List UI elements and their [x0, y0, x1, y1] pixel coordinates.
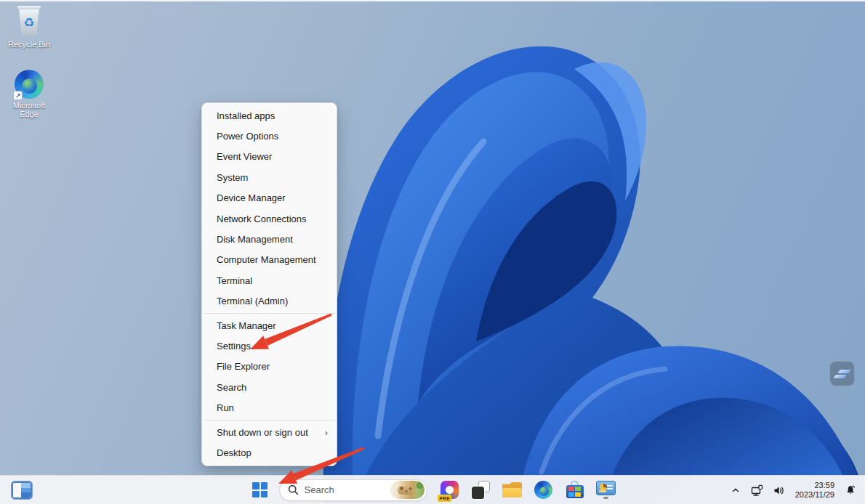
system-app-icon: [596, 481, 616, 495]
menu-item-label: Installed apps: [217, 110, 275, 121]
desktop-icon-microsoft-edge[interactable]: ↗ Microsoft Edge: [3, 70, 55, 118]
edge-button[interactable]: [531, 477, 556, 503]
start-button[interactable]: [247, 477, 273, 503]
menu-item-label: Terminal: [217, 275, 252, 286]
menu-item-event-viewer[interactable]: Event Viewer: [202, 147, 337, 167]
recycle-bin-icon: ♻: [15, 6, 43, 38]
menu-item-computer-management[interactable]: Computer Management: [202, 250, 337, 270]
desktop-icon-recycle-bin[interactable]: ♻ Recycle Bin: [3, 6, 55, 49]
menu-item-disk-management[interactable]: Disk Management: [202, 229, 337, 249]
icon-label: Microsoft Edge: [3, 101, 55, 118]
winx-context-menu: Installed apps Power Options Event Viewe…: [201, 102, 337, 466]
start-icon: [252, 482, 267, 497]
notification-center-button[interactable]: [842, 479, 859, 502]
volume-icon: [773, 484, 785, 497]
tray-date: 2023/11/29: [795, 490, 834, 500]
menu-item-task-manager[interactable]: Task Manager: [202, 315, 337, 336]
clock[interactable]: 23:59 2023/11/29: [792, 481, 837, 500]
menu-item-label: Run: [217, 402, 234, 413]
menu-item-label: Event Viewer: [217, 151, 272, 162]
menu-item-search[interactable]: Search: [202, 377, 337, 397]
menu-item-settings[interactable]: Settings: [202, 336, 337, 356]
menu-item-label: Network Connections: [217, 214, 307, 224]
menu-item-label: System: [217, 172, 248, 183]
taskbar: PRE: [0, 475, 865, 504]
wallpaper-bloom: [0, 0, 865, 504]
menu-item-shut-down-or-sign-out[interactable]: Shut down or sign out ›: [202, 422, 337, 442]
taskbar-search-box[interactable]: [279, 479, 427, 501]
notification-bell-icon: [845, 484, 856, 496]
desktop: ♻ Recycle Bin ↗ Microsoft Edge Installed…: [0, 0, 865, 504]
menu-item-label: Settings: [217, 341, 251, 351]
system-app-button[interactable]: [594, 477, 619, 503]
menu-item-label: Task Manager: [217, 320, 276, 331]
network-tray-button[interactable]: [749, 479, 766, 502]
icon-label: Recycle Bin: [8, 40, 50, 49]
menu-item-label: Disk Management: [217, 234, 293, 245]
edge-icon: [534, 481, 552, 499]
menu-item-label: Search: [217, 382, 246, 393]
menu-item-label: Terminal (Admin): [217, 296, 288, 306]
menu-item-device-manager[interactable]: Device Manager: [202, 188, 337, 208]
menu-separator: [203, 420, 336, 420]
tray-overflow-button[interactable]: [727, 479, 744, 502]
network-icon: [751, 484, 763, 497]
file-explorer-icon: [502, 482, 522, 497]
menu-item-label: File Explorer: [217, 361, 270, 372]
menu-item-label: Shut down or sign out: [217, 427, 308, 438]
microsoft-store-button[interactable]: [563, 477, 587, 503]
tray-time: 23:59: [795, 481, 834, 490]
menu-item-terminal[interactable]: Terminal: [202, 270, 337, 290]
search-icon: [288, 484, 299, 495]
menu-item-desktop[interactable]: Desktop: [202, 442, 337, 463]
task-view-icon: [472, 481, 490, 499]
volume-tray-button[interactable]: [771, 479, 788, 502]
edge-icon: ↗: [15, 70, 44, 99]
menu-item-label: Device Manager: [217, 192, 286, 203]
menu-item-installed-apps[interactable]: Installed apps: [202, 105, 337, 126]
file-explorer-button[interactable]: [500, 477, 525, 503]
search-input[interactable]: [305, 484, 383, 495]
shortcut-arrow-icon: ↗: [13, 91, 23, 100]
menu-item-system[interactable]: System: [202, 167, 337, 187]
menu-item-label: Power Options: [217, 131, 278, 142]
copilot-button[interactable]: PRE: [438, 477, 462, 503]
chevron-right-icon: ›: [325, 427, 328, 438]
copilot-icon: PRE: [440, 481, 459, 499]
chevron-up-icon: [731, 485, 741, 495]
menu-item-file-explorer[interactable]: File Explorer: [202, 357, 337, 377]
menu-item-label: Computer Management: [217, 254, 316, 265]
menu-item-run[interactable]: Run: [202, 397, 337, 418]
task-view-button[interactable]: [469, 477, 494, 503]
copilot-preview-badge: PRE: [438, 495, 451, 502]
assistant-floating-button[interactable]: [829, 361, 855, 386]
menu-separator: [203, 313, 336, 314]
panel-icon[interactable]: [12, 481, 32, 499]
menu-item-network-connections[interactable]: Network Connections: [202, 208, 337, 229]
screenshot-top-border: [0, 0, 865, 1]
menu-item-terminal-admin[interactable]: Terminal (Admin): [202, 291, 337, 312]
running-indicator: [603, 497, 608, 499]
assistant-icon: [837, 370, 851, 373]
bing-daily-image[interactable]: [390, 481, 425, 499]
menu-item-power-options[interactable]: Power Options: [202, 126, 337, 146]
menu-item-label: Desktop: [217, 447, 252, 458]
store-icon: [566, 481, 584, 499]
